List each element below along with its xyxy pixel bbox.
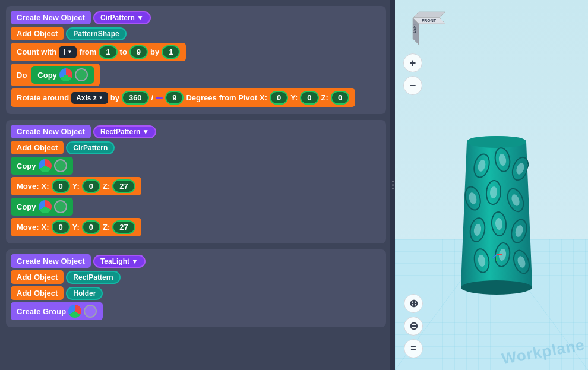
add-object-row-3b: Add Object Holder (11, 286, 381, 300)
do-block: Do Copy (11, 64, 100, 86)
bottom-controls: ⊕ ⊖ = (404, 294, 423, 358)
count-with-row: Count with i from 1 to 9 by 1 (11, 43, 381, 61)
panel-divider[interactable] (390, 0, 395, 370)
zoom-in-btn[interactable]: + (403, 53, 422, 72)
cube-navigator[interactable]: LEFT FRONT (401, 6, 451, 50)
holder-pill[interactable]: Holder (66, 287, 103, 300)
add-object-row-3a: Add Object RectPattern (11, 270, 381, 284)
divider-block (156, 97, 163, 99)
count-with-block: Count with i from 1 to 9 by 1 (11, 43, 186, 61)
copy-row-2b: Copy (11, 198, 381, 216)
copy-btn-1[interactable]: Copy (31, 66, 94, 84)
rotate-val[interactable]: 360 (122, 91, 149, 105)
move-block-2a: Move: X: 0 Y: 0 Z: 27 (11, 177, 141, 195)
cirpattern-dropdown[interactable]: CirPattern ▼ (93, 11, 151, 24)
create-new-object-btn-2[interactable]: Create New Object (11, 125, 91, 138)
move-y-2a[interactable]: 0 (82, 179, 100, 193)
3d-object (449, 136, 544, 299)
svg-text:LEFT: LEFT (412, 23, 416, 33)
header-row-2: Create New Object RectPattern ▼ (11, 125, 381, 138)
add-object-row-1: Add Object PatternShape (11, 27, 381, 40)
zoom-out-btn[interactable]: − (403, 76, 422, 95)
rotate-block: Rotate around Axis z by 360 / 9 Degrees … (11, 88, 355, 107)
axis-dropdown[interactable]: Axis z (71, 92, 108, 104)
svg-point-9 (467, 136, 526, 148)
ghost-circle-2b (54, 200, 67, 213)
block-group-rectpattern: Create New Object RectPattern ▼ Add Obje… (6, 120, 386, 243)
zoom-in-bottom-btn[interactable]: ⊕ (404, 294, 423, 313)
rotate-y[interactable]: 0 (300, 91, 318, 105)
to-value[interactable]: 9 (129, 45, 148, 59)
left-panel: Create New Object CirPattern ▼ Add Objec… (0, 0, 395, 370)
copy-row-2a: Copy (11, 157, 381, 175)
tealight-dropdown[interactable]: TeaLight ▼ (93, 255, 146, 268)
move-x-2a[interactable]: 0 (52, 179, 70, 193)
copy-btn-2a[interactable]: Copy (11, 157, 73, 175)
div-value[interactable]: 9 (165, 91, 184, 105)
color-icon-2b (39, 200, 52, 213)
ghost-circle-3 (84, 305, 97, 318)
create-group-row: Create Group (11, 302, 381, 320)
move-block-2b: Move: X: 0 Y: 0 Z: 27 (11, 218, 141, 236)
add-object-row-2: Add Object CirPattern (11, 141, 381, 154)
var-dropdown[interactable]: i (59, 46, 77, 58)
svg-text:FRONT: FRONT (422, 18, 437, 23)
move-z-2a[interactable]: 27 (112, 179, 135, 193)
by-value[interactable]: 1 (162, 45, 180, 59)
color-icon-1 (59, 68, 72, 81)
copy-btn-2b[interactable]: Copy (11, 198, 73, 216)
move-row-2a: Move: X: 0 Y: 0 Z: 27 (11, 177, 381, 195)
ghost-circle-2a (54, 159, 67, 172)
header-row-1: Create New Object CirPattern ▼ (11, 11, 381, 24)
move-y-2b[interactable]: 0 (82, 220, 100, 234)
add-object-btn-2[interactable]: Add Object (11, 141, 64, 154)
from-value[interactable]: 1 (99, 45, 117, 59)
move-z-2b[interactable]: 27 (112, 220, 135, 234)
add-object-btn-1[interactable]: Add Object (11, 27, 64, 40)
rotate-z[interactable]: 0 (331, 91, 349, 105)
zoom-out-bottom-btn[interactable]: ⊖ (404, 317, 423, 336)
add-object-btn-3a[interactable]: Add Object (11, 270, 64, 284)
equals-btn[interactable]: = (404, 339, 423, 358)
rectpattern-dropdown[interactable]: RectPattern ▼ (93, 125, 156, 138)
color-icon-2a (39, 159, 52, 172)
rotate-x[interactable]: 0 (270, 91, 288, 105)
cirpattern-pill[interactable]: CirPattern (66, 141, 115, 154)
svg-point-10 (461, 280, 532, 295)
create-new-object-btn-1[interactable]: Create New Object (11, 11, 91, 24)
svg-marker-0 (413, 12, 445, 18)
viewport-panel[interactable]: LEFT FRONT + − Workplane (395, 0, 588, 370)
ghost-circle-1 (75, 68, 88, 81)
move-x-2b[interactable]: 0 (52, 220, 70, 234)
block-group-tealight: Create New Object TeaLight ▼ Add Object … (6, 249, 386, 327)
move-row-2b: Move: X: 0 Y: 0 Z: 27 (11, 218, 381, 236)
pattern-shape-pill[interactable]: PatternShape (66, 27, 126, 40)
rectpattern-pill-3[interactable]: RectPattern (66, 271, 120, 284)
color-icon-3 (68, 305, 81, 318)
zoom-controls-top: + − (403, 53, 422, 95)
block-group-cirpattern: Create New Object CirPattern ▼ Add Objec… (6, 6, 386, 114)
add-object-btn-3b[interactable]: Add Object (11, 286, 64, 300)
header-row-3: Create New Object TeaLight ▼ (11, 254, 381, 268)
do-copy-row: Do Copy (11, 64, 381, 86)
create-group-btn[interactable]: Create Group (11, 302, 103, 320)
rotate-row: Rotate around Axis z by 360 / 9 Degrees … (11, 88, 381, 107)
create-new-object-btn-3[interactable]: Create New Object (11, 254, 91, 268)
